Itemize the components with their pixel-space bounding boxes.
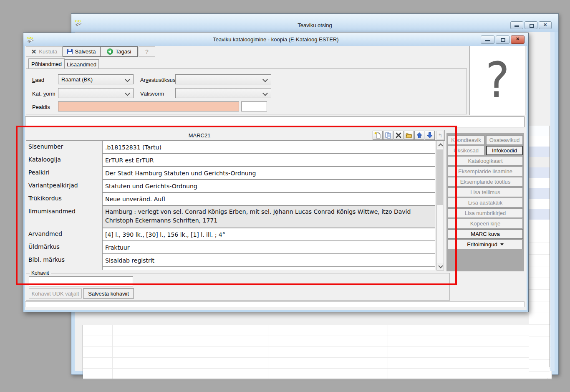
- kohaviit-udk-label: Kohaviit UDK väljalt: [31, 291, 79, 297]
- maximize-icon: [530, 24, 534, 28]
- scrollbar-thumb[interactable]: [437, 149, 443, 205]
- close-icon: ✕: [511, 36, 524, 42]
- uksikosad-button: Üksikosad: [448, 146, 484, 155]
- table-shadow: [83, 379, 552, 380]
- field-label: Kataloogija: [28, 156, 61, 163]
- undo-icon: ↰: [438, 132, 443, 139]
- dropdown-caret-icon: [500, 243, 504, 245]
- salvesta-button[interactable]: Salvesta: [63, 46, 100, 57]
- new-record-button[interactable]: [373, 131, 383, 140]
- field-value[interactable]: Fraktuur: [102, 241, 435, 254]
- back-close-button[interactable]: ✕: [539, 21, 552, 29]
- pealdis-extra-input[interactable]: [241, 101, 267, 111]
- valisvorm-label: Välisvorm: [140, 91, 164, 97]
- field-label: Ilmumisandmed: [28, 208, 76, 215]
- kohaviit-groupbox: Kohaviit Kohaviit UDK väljalt Salvesta k…: [26, 273, 450, 301]
- info-bar: [25, 116, 525, 127]
- copy-record-icon: [385, 132, 391, 139]
- salvesta-kohaviit-label: Salvesta kohaviit: [88, 291, 129, 297]
- pealdis-label: Pealdis: [32, 104, 50, 110]
- field-value[interactable]: [102, 267, 435, 270]
- tagasi-label: Tagasi: [116, 48, 131, 55]
- field-label: Sisenumber: [28, 143, 63, 150]
- save-floppy-icon: [67, 49, 73, 54]
- field-value[interactable]: Statuten und Gerichts-Ordnung: [102, 180, 435, 192]
- marc-row-clipped: Teemamärksõnad: [26, 267, 445, 270]
- scroll-gutter: [550, 32, 555, 371]
- arrow-up-icon: [416, 132, 423, 139]
- kohaviit-udk-button: Kohaviit UDK väljalt: [29, 288, 82, 298]
- field-value[interactable]: Hamburg : verlegt von sel. Conrad Königs…: [102, 205, 435, 228]
- chevron-down-icon: [262, 77, 268, 82]
- salvesta-label: Salvesta: [75, 48, 96, 55]
- back-maximize-button[interactable]: [525, 21, 537, 29]
- marc-kuva-button[interactable]: MARC kuva: [448, 229, 523, 239]
- back-arrow-icon: [107, 48, 113, 55]
- field-label: Bibl. märkus: [28, 256, 65, 263]
- minimize-icon: [515, 25, 519, 27]
- laad-value: Raamat (BK): [61, 76, 93, 83]
- field-label: Üldmärkus: [28, 243, 60, 250]
- marc-scrollbar[interactable]: [436, 141, 444, 271]
- marc-row: Bibl. märkus Sisaldab registrit: [26, 254, 445, 267]
- field-label: Variantpealkirjad: [28, 182, 78, 189]
- field-label: Teemamärksõnad: [28, 269, 80, 270]
- scroll-down-button[interactable]: [437, 263, 444, 270]
- lisa-numbrikirjed-button: Lisa numbrikirjed: [448, 208, 523, 218]
- eritoimingud-button[interactable]: Eritoimingud: [448, 240, 523, 249]
- kat-vorm-label: Kat. vorm: [32, 91, 55, 97]
- front-window-titlebar[interactable]: RiKS Teaviku kataloogimine - koopia (E-K…: [23, 33, 528, 46]
- chevron-down-icon: [438, 263, 443, 268]
- result-list-edge: [529, 126, 550, 367]
- tab-lisaandmed-label: Lisaandmed: [67, 61, 96, 68]
- tab-pohiandmed[interactable]: Põhiandmed: [28, 58, 65, 69]
- window-teaviku-kataloogimine: RiKS Teaviku kataloogimine - koopia (E-K…: [23, 33, 529, 312]
- field-value[interactable]: Neue unveränd. Aufl: [102, 192, 435, 205]
- help-icon: ?: [145, 48, 149, 55]
- field-value[interactable]: .b18152831 (Tartu): [102, 141, 435, 154]
- kohaviit-input[interactable]: [29, 276, 133, 286]
- marc-row: Sisenumber .b18152831 (Tartu): [26, 141, 445, 154]
- chevron-down-icon: [262, 91, 268, 96]
- copy-record-button[interactable]: [383, 131, 393, 140]
- front-maximize-button[interactable]: [496, 35, 509, 44]
- field-value[interactable]: ErTUR est ErTUR: [102, 154, 435, 167]
- field-value[interactable]: Der Stadt Hamburg Statuten und Gerichts-…: [102, 167, 435, 180]
- scroll-up-button[interactable]: [437, 141, 444, 148]
- arvestusuksus-select[interactable]: [175, 74, 271, 84]
- osateavikud-button: Osateavikud: [486, 135, 523, 145]
- back-minimize-button[interactable]: [510, 21, 523, 29]
- marc-row: Variantpealkirjad Statuten und Gerichts-…: [26, 180, 445, 192]
- pealdis-input[interactable]: [58, 101, 239, 111]
- move-down-button[interactable]: [425, 131, 435, 140]
- cover-image-placeholder: ?: [469, 46, 525, 115]
- move-up-button[interactable]: [414, 131, 424, 140]
- open-record-button[interactable]: [404, 131, 414, 140]
- front-minimize-button[interactable]: [481, 35, 494, 44]
- back-window-title: Teaviku otsing: [71, 22, 558, 28]
- minimize-icon: [485, 40, 490, 41]
- back-window-titlebar[interactable]: RiKS Teaviku otsing: [71, 14, 558, 32]
- field-value[interactable]: [4] l., 390 lk., [30] l., 156 lk., [1] l…: [102, 228, 435, 241]
- kat-vorm-select[interactable]: [58, 88, 134, 98]
- delete-x-icon: ✕: [31, 48, 37, 55]
- delete-record-icon: [395, 132, 402, 139]
- laad-label: Laad: [32, 77, 44, 83]
- form-groupbox: Laad Raamat (BK) Arvestusüksus Kat. vorm…: [26, 68, 467, 114]
- salvesta-kohaviit-button[interactable]: Salvesta kohaviit: [83, 288, 134, 298]
- kataloogikaart-button: Kataloogikaart: [448, 156, 523, 166]
- open-folder-icon: [406, 132, 412, 139]
- laad-select[interactable]: Raamat (BK): [58, 74, 134, 84]
- tab-lisaandmed[interactable]: Lisaandmed: [64, 59, 99, 69]
- field-value[interactable]: Sisaldab registrit: [102, 254, 435, 267]
- text-caret: [277, 209, 277, 216]
- delete-record-button[interactable]: [393, 131, 404, 140]
- tagasi-button[interactable]: Tagasi: [100, 46, 138, 57]
- valisvorm-select[interactable]: [175, 88, 271, 98]
- koondteavik-button: Koondteavik: [448, 135, 484, 145]
- front-close-button[interactable]: ✕: [511, 35, 525, 44]
- kustuta-label: Kustuta: [39, 48, 57, 55]
- eksemplaride-lisamine-button: Eksemplaride lisamine: [448, 167, 523, 176]
- infokoodid-button[interactable]: Infokoodid: [486, 146, 523, 155]
- question-mark-placeholder: ?: [485, 51, 509, 109]
